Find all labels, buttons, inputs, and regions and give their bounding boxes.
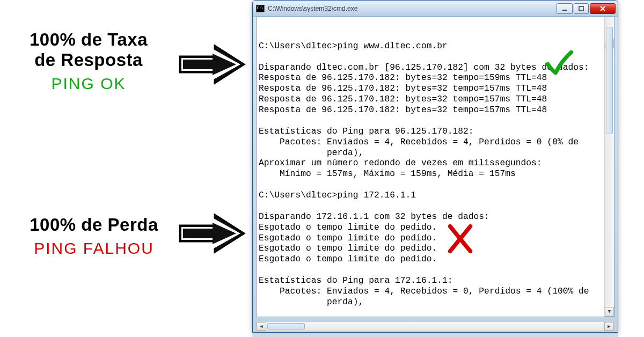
window-titlebar[interactable]: C:\ C:\Windows\system32\cmd.exe [253, 1, 618, 17]
terminal-line: Resposta de 96.125.170.182: bytes=32 tem… [259, 72, 547, 83]
cmd-window: C:\ C:\Windows\system32\cmd.exe C:\Users… [252, 0, 618, 333]
terminal-line: Mínimo = 157ms, Máximo = 159ms, Média = … [259, 169, 516, 179]
annotation-success-line2: de Resposta [8, 50, 169, 70]
terminal-line: Disparando 172.16.1.1 com 32 bytes de da… [259, 211, 489, 222]
terminal-line: Pacotes: Enviados = 4, Recebidos = 4, Pe… [259, 137, 579, 147]
minimize-icon [562, 6, 567, 11]
window-title: C:\Windows\system32\cmd.exe [268, 5, 555, 12]
window-buttons [555, 3, 616, 14]
ping-ok-label: PING OK [8, 75, 169, 93]
maximize-icon [579, 6, 584, 11]
terminal-line: Esgotado o tempo limite do pedido. [259, 222, 437, 232]
terminal-line: perda), [259, 297, 363, 307]
terminal-line: Estatísticas do Ping para 96.125.170.182… [259, 126, 474, 136]
arrow-icon [177, 43, 247, 86]
horizontal-scrollbar[interactable]: ◄ ► [256, 321, 614, 331]
ping-fail-label: PING FALHOU [13, 239, 174, 258]
terminal-line: Pacotes: Enviados = 4, Recebidos = 0, Pe… [259, 286, 589, 296]
terminal-line: C:\Users\dltec>ping www.dltec.com.br [259, 41, 448, 51]
terminal-line: Resposta de 96.125.170.182: bytes=32 tem… [259, 94, 547, 104]
svg-rect-0 [562, 10, 567, 11]
taskbar-strip [252, 333, 618, 337]
hscroll-thumb[interactable] [267, 323, 305, 329]
close-icon [599, 6, 606, 11]
svg-rect-1 [579, 6, 583, 11]
terminal-line: Esgotado o tempo limite do pedido. [259, 243, 437, 253]
annotation-failure-line1: 100% de Perda [13, 215, 174, 235]
terminal-line: perda), [259, 148, 363, 158]
annotation-success-line1: 100% de Taxa [8, 30, 169, 50]
terminal-output[interactable]: C:\Users\dltec>ping www.dltec.com.br Dis… [256, 17, 614, 317]
terminal-line: Esgotado o tempo limite do pedido. [259, 254, 437, 264]
vertical-scrollbar[interactable]: ▲ ▼ [604, 17, 614, 317]
terminal-line: Estatísticas do Ping para 172.16.1.1: [259, 275, 453, 285]
minimize-button[interactable] [557, 3, 573, 14]
cmd-icon: C:\ [256, 5, 265, 12]
terminal-line: Resposta de 96.125.170.182: bytes=32 tem… [259, 83, 547, 93]
maximize-button[interactable] [574, 3, 589, 14]
terminal-line: Esgotado o tempo limite do pedido. [259, 233, 437, 243]
annotation-success: 100% de Taxa de Resposta PING OK [8, 30, 169, 93]
scroll-right-arrow-icon[interactable]: ► [604, 322, 614, 331]
terminal-line: Disparando dltec.com.br [96.125.170.182]… [259, 62, 589, 72]
scroll-left-arrow-icon[interactable]: ◄ [257, 322, 266, 331]
annotation-failure: 100% de Perda PING FALHOU [13, 215, 174, 258]
scroll-down-arrow-icon[interactable]: ▼ [605, 307, 614, 317]
terminal-line: C:\Users\dltec>ping 172.16.1.1 [259, 190, 416, 200]
close-button[interactable] [590, 3, 616, 14]
terminal-line: Aproximar um número redondo de vezes em … [259, 158, 542, 168]
arrow-icon [177, 212, 247, 255]
terminal-line: Resposta de 96.125.170.182: bytes=32 tem… [259, 105, 547, 115]
scroll-thumb[interactable] [606, 27, 613, 134]
